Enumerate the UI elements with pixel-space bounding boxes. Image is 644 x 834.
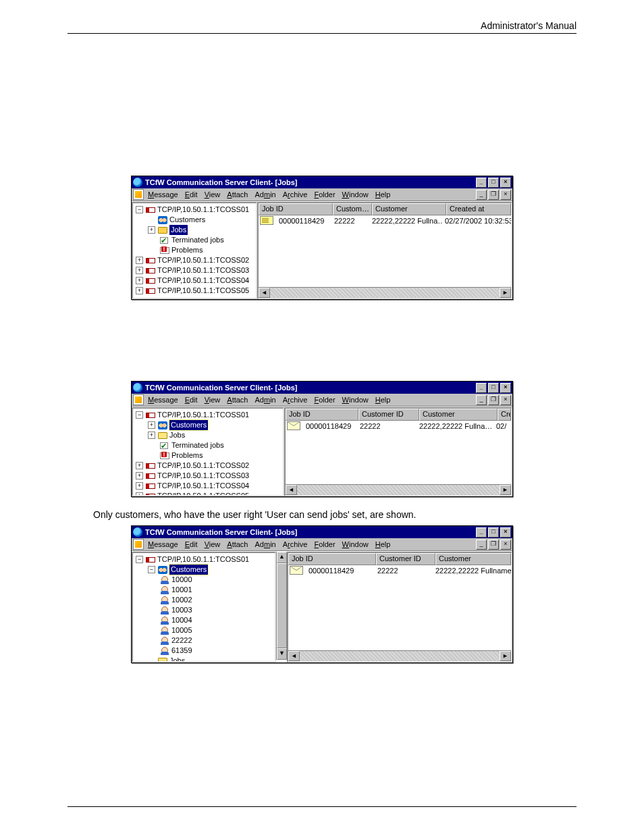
menu-view[interactable]: View	[205, 190, 221, 199]
tree-pane[interactable]: −TCP/IP,10.50.1.1:TCOSS01 −Customers 100…	[132, 552, 276, 662]
minimize-button[interactable]: _	[476, 527, 487, 538]
table-row[interactable]: 00000118429 22222 22222,22222 Fullna… 02…	[286, 421, 511, 431]
tree-server-5[interactable]: +TCP/IP,10.50.1.1:TCOSS05	[134, 286, 254, 296]
scroll-left-icon[interactable]: ◄	[286, 485, 297, 495]
tree-jobs[interactable]: Jobs	[134, 656, 273, 662]
mdi-minimize-button[interactable]: _	[476, 395, 487, 405]
tree-pane[interactable]: −TCP/IP,10.50.1.1:TCOSS01 Customers +Job…	[132, 202, 257, 299]
menu-edit[interactable]: Edit	[185, 396, 198, 404]
menu-window[interactable]: Window	[342, 540, 369, 548]
menu-folder[interactable]: Folder	[314, 540, 335, 548]
expand-icon[interactable]: +	[136, 287, 143, 294]
mdi-restore-button[interactable]: ❐	[488, 190, 499, 200]
menu-window[interactable]: Window	[342, 396, 369, 404]
menu-archive[interactable]: Archive	[283, 396, 308, 404]
tree-server-1[interactable]: −TCP/IP,10.50.1.1:TCOSS01	[134, 205, 254, 215]
col-customer[interactable]: Customer	[372, 203, 446, 215]
tree-customer-item[interactable]: 10002	[134, 595, 273, 605]
horizontal-scrollbar[interactable]: ◄ ►	[288, 650, 511, 661]
mdi-icon[interactable]	[133, 539, 144, 550]
expand-icon[interactable]: +	[136, 462, 143, 469]
tree-customer-item[interactable]: 10003	[134, 605, 273, 615]
vertical-scrollbar[interactable]: ▲ ▼	[276, 552, 287, 660]
list-pane[interactable]: Job ID Custom… Customer Created at 00000…	[257, 202, 512, 299]
titlebar[interactable]: TCfW Communication Server Client- [Jobs]…	[132, 176, 512, 188]
horizontal-scrollbar[interactable]: ◄ ►	[286, 484, 511, 495]
table-row[interactable]: 00000118429 22222 22222,22222 Fullname,	[288, 565, 511, 575]
tree-problems[interactable]: Problems	[134, 450, 281, 461]
tree-customers[interactable]: −Customers	[134, 565, 273, 575]
titlebar[interactable]: TCfW Communication Server Client- [Jobs]…	[132, 382, 512, 394]
scroll-right-icon[interactable]: ►	[500, 651, 511, 661]
tree-terminated[interactable]: Terminated jobs	[134, 440, 281, 450]
menu-folder[interactable]: Folder	[314, 190, 335, 199]
mdi-icon[interactable]	[133, 189, 144, 200]
tree-customer-item[interactable]: 22222	[134, 635, 273, 646]
close-button[interactable]: ×	[500, 527, 511, 538]
tree-server-2[interactable]: +TCP/IP,10.50.1.1:TCOSS02	[134, 255, 254, 265]
mdi-minimize-button[interactable]: _	[476, 540, 487, 550]
expand-icon[interactable]: +	[136, 277, 143, 284]
mdi-close-button[interactable]: ×	[500, 540, 511, 550]
col-customerid[interactable]: Customer ID	[358, 409, 419, 421]
expand-icon[interactable]: +	[148, 432, 155, 439]
col-jobid[interactable]: Job ID	[288, 553, 376, 565]
menu-admin[interactable]: Admin	[254, 396, 275, 404]
collapse-icon[interactable]: −	[148, 566, 155, 573]
tree-server-4[interactable]: +TCP/IP,10.50.1.1:TCOSS04	[134, 481, 281, 491]
close-button[interactable]: ×	[500, 178, 511, 188]
menu-edit[interactable]: Edit	[185, 190, 198, 199]
tree-server-3[interactable]: +TCP/IP,10.50.1.1:TCOSS03	[134, 471, 281, 481]
menu-attach[interactable]: Attach	[227, 190, 248, 199]
menu-message[interactable]: Message	[148, 540, 178, 548]
mdi-close-button[interactable]: ×	[500, 395, 511, 405]
minimize-button[interactable]: _	[476, 383, 487, 393]
scroll-right-icon[interactable]: ►	[500, 288, 511, 298]
col-jobid[interactable]: Job ID	[286, 409, 358, 421]
col-customer[interactable]: Customer	[419, 409, 498, 421]
mdi-restore-button[interactable]: ❐	[488, 395, 499, 405]
tree-customers[interactable]: Customers	[134, 215, 254, 225]
column-headers[interactable]: Job ID Customer ID Customer Cre	[286, 409, 511, 421]
expand-icon[interactable]: +	[136, 472, 143, 479]
mdi-minimize-button[interactable]: _	[476, 190, 487, 200]
column-headers[interactable]: Job ID Customer ID Customer	[288, 553, 511, 565]
tree-server-3[interactable]: +TCP/IP,10.50.1.1:TCOSS03	[134, 265, 254, 276]
col-customershort[interactable]: Custom…	[333, 203, 372, 215]
tree-server-2[interactable]: +TCP/IP,10.50.1.1:TCOSS02	[134, 461, 281, 471]
collapse-icon[interactable]: −	[136, 411, 143, 419]
tree-customer-item[interactable]: 61359	[134, 646, 273, 656]
scroll-left-icon[interactable]: ◄	[259, 288, 270, 298]
scroll-left-icon[interactable]: ◄	[288, 651, 300, 661]
scroll-down-icon[interactable]: ▼	[277, 648, 287, 660]
close-button[interactable]: ×	[500, 383, 511, 393]
titlebar[interactable]: TCfW Communication Server Client- [Jobs]…	[132, 526, 512, 538]
tree-jobs[interactable]: +Jobs	[134, 225, 254, 235]
col-customer[interactable]: Customer	[435, 553, 511, 565]
menu-archive[interactable]: Archive	[283, 190, 308, 199]
menu-message[interactable]: Message	[148, 396, 178, 404]
tree-problems[interactable]: Problems	[134, 245, 254, 255]
expand-icon[interactable]: +	[136, 492, 143, 496]
menu-archive[interactable]: Archive	[283, 540, 308, 548]
menu-message[interactable]: Message	[148, 190, 178, 199]
tree-server-1[interactable]: −TCP/IP,10.50.1.1:TCOSS01	[134, 554, 273, 565]
tree-customer-item[interactable]: 10000	[134, 575, 273, 585]
menu-help[interactable]: Help	[375, 540, 391, 548]
expand-icon[interactable]: +	[136, 267, 143, 274]
maximize-button[interactable]: □	[488, 178, 499, 188]
tree-jobs[interactable]: +Jobs	[134, 430, 281, 440]
tree-server-5[interactable]: +TCP/IP,10.50.1.1:TCOSS05	[134, 491, 281, 496]
menu-help[interactable]: Help	[375, 190, 391, 199]
menu-view[interactable]: View	[205, 540, 221, 548]
menu-attach[interactable]: Attach	[227, 396, 248, 404]
mdi-icon[interactable]	[133, 394, 144, 405]
tree-customers[interactable]: +Customers	[134, 420, 281, 430]
col-createdat[interactable]: Created at	[446, 203, 511, 215]
menu-edit[interactable]: Edit	[185, 540, 198, 548]
expand-icon[interactable]: +	[136, 482, 143, 490]
menu-attach[interactable]: Attach	[227, 540, 248, 548]
menu-admin[interactable]: Admin	[254, 190, 275, 199]
mdi-close-button[interactable]: ×	[500, 190, 511, 200]
list-pane[interactable]: Job ID Customer ID Customer Cre 00000118…	[284, 407, 512, 496]
